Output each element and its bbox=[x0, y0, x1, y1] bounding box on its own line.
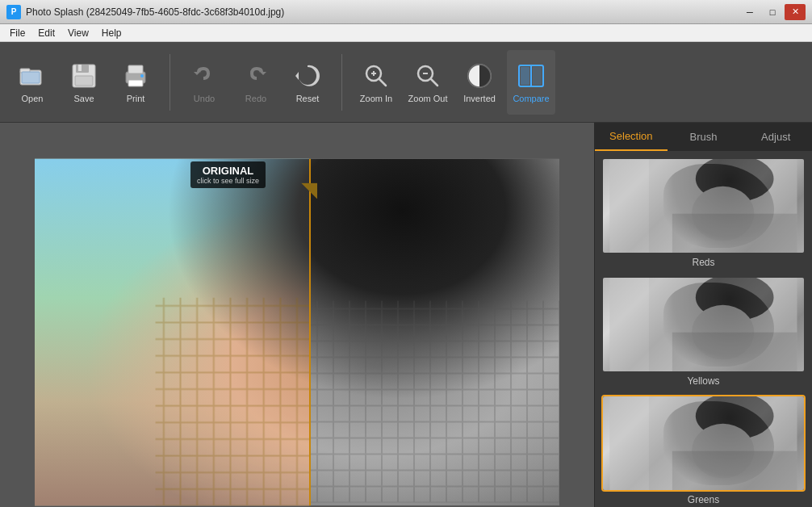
window-controls: ─ □ ✕ bbox=[739, 4, 806, 20]
svg-rect-22 bbox=[521, 67, 529, 85]
canvas-area[interactable]: ORIGINAL click to see full size bbox=[0, 123, 594, 507]
menu-bar: File Edit View Help bbox=[0, 24, 812, 42]
thumbnail-greens[interactable]: Greens bbox=[601, 395, 806, 505]
menu-help[interactable]: Help bbox=[95, 26, 128, 40]
main-area: ORIGINAL click to see full size bbox=[0, 123, 812, 507]
svg-rect-31 bbox=[309, 301, 559, 503]
svg-rect-36 bbox=[672, 214, 797, 253]
svg-rect-8 bbox=[128, 65, 143, 73]
svg-rect-9 bbox=[128, 80, 143, 86]
tab-brush[interactable]: Brush bbox=[668, 123, 740, 151]
yellows-photo bbox=[603, 278, 804, 371]
redo-icon bbox=[241, 61, 270, 90]
svg-line-14 bbox=[379, 79, 386, 86]
menu-edit[interactable]: Edit bbox=[31, 26, 61, 40]
menu-view[interactable]: View bbox=[61, 26, 95, 40]
print-button[interactable]: Print bbox=[111, 50, 160, 115]
svg-rect-23 bbox=[533, 67, 542, 85]
undo-label: Undo bbox=[194, 94, 215, 103]
svg-rect-46 bbox=[672, 451, 797, 490]
redo-label: Redo bbox=[245, 94, 266, 103]
reds-label: Reds bbox=[601, 257, 806, 268]
inverted-label: Inverted bbox=[463, 94, 496, 103]
save-label: Save bbox=[73, 94, 94, 103]
inverted-icon bbox=[465, 61, 494, 90]
yellows-thumbnail-image[interactable] bbox=[601, 276, 806, 373]
zoom-in-button[interactable]: Zoom In bbox=[352, 50, 400, 115]
filtered-photo-panel bbox=[309, 159, 559, 506]
app-icon: P bbox=[6, 5, 21, 19]
save-button[interactable]: Save bbox=[60, 50, 108, 115]
right-sidebar: Selection Brush Adjust bbox=[594, 123, 812, 507]
compare-label: Compare bbox=[513, 94, 549, 103]
svg-rect-2 bbox=[22, 72, 40, 83]
reds-thumbnail-image[interactable] bbox=[601, 157, 806, 254]
comparison-container bbox=[35, 159, 559, 506]
svg-point-10 bbox=[140, 74, 144, 78]
zoom-in-icon bbox=[362, 61, 391, 90]
svg-rect-27 bbox=[156, 298, 309, 506]
reset-button[interactable]: Reset bbox=[283, 50, 332, 115]
open-button[interactable]: Open bbox=[8, 50, 57, 115]
reset-icon bbox=[293, 61, 322, 90]
menu-file[interactable]: File bbox=[3, 26, 31, 40]
divider-line[interactable] bbox=[309, 159, 311, 506]
svg-rect-4 bbox=[76, 65, 89, 73]
maximize-button[interactable]: □ bbox=[762, 4, 783, 20]
minimize-button[interactable]: ─ bbox=[739, 4, 760, 20]
compare-button[interactable]: Compare bbox=[507, 50, 555, 115]
close-button[interactable]: ✕ bbox=[785, 4, 806, 20]
svg-rect-43 bbox=[610, 396, 649, 490]
window-title: Photo Splash (28425049-7fb5-4605-8fdc-3c… bbox=[26, 6, 739, 18]
undo-button[interactable]: Undo bbox=[180, 50, 228, 115]
open-label: Open bbox=[22, 94, 44, 103]
tab-bar: Selection Brush Adjust bbox=[595, 123, 812, 151]
inverted-button[interactable]: Inverted bbox=[455, 50, 504, 115]
zoom-out-label: Zoom Out bbox=[408, 94, 448, 103]
zoom-in-label: Zoom In bbox=[360, 94, 392, 103]
original-photo bbox=[35, 159, 309, 506]
thumbnail-reds[interactable]: Reds bbox=[601, 157, 806, 268]
open-icon bbox=[18, 61, 47, 90]
undo-icon bbox=[190, 61, 219, 90]
zoom-out-button[interactable]: Zoom Out bbox=[404, 50, 452, 115]
svg-rect-41 bbox=[672, 333, 797, 371]
title-bar: P Photo Splash (28425049-7fb5-4605-8fdc-… bbox=[0, 0, 812, 24]
svg-rect-33 bbox=[610, 159, 649, 253]
toolbar: Open Save Print bbox=[0, 42, 812, 123]
thumbnails-list[interactable]: Reds Yellows bbox=[595, 151, 812, 507]
separator-1 bbox=[170, 54, 170, 111]
svg-line-17 bbox=[431, 79, 437, 86]
greens-thumbnail-image[interactable] bbox=[601, 395, 806, 492]
yellows-label: Yellows bbox=[601, 375, 806, 387]
redo-button[interactable]: Redo bbox=[232, 50, 280, 115]
svg-rect-6 bbox=[75, 76, 93, 86]
save-icon bbox=[69, 61, 98, 90]
greens-label: Greens bbox=[601, 494, 806, 505]
reds-photo bbox=[603, 159, 804, 253]
print-icon bbox=[121, 61, 150, 90]
original-photo-panel bbox=[35, 159, 309, 506]
zoom-out-icon bbox=[413, 61, 442, 90]
svg-rect-5 bbox=[78, 65, 82, 71]
tab-selection[interactable]: Selection bbox=[595, 123, 668, 151]
svg-rect-38 bbox=[610, 278, 649, 371]
reset-label: Reset bbox=[296, 94, 320, 103]
print-label: Print bbox=[127, 94, 145, 103]
thumbnail-yellows[interactable]: Yellows bbox=[601, 276, 806, 387]
tab-adjust[interactable]: Adjust bbox=[739, 123, 812, 151]
separator-2 bbox=[341, 54, 342, 111]
greens-photo bbox=[603, 396, 804, 490]
compare-icon bbox=[517, 61, 546, 90]
